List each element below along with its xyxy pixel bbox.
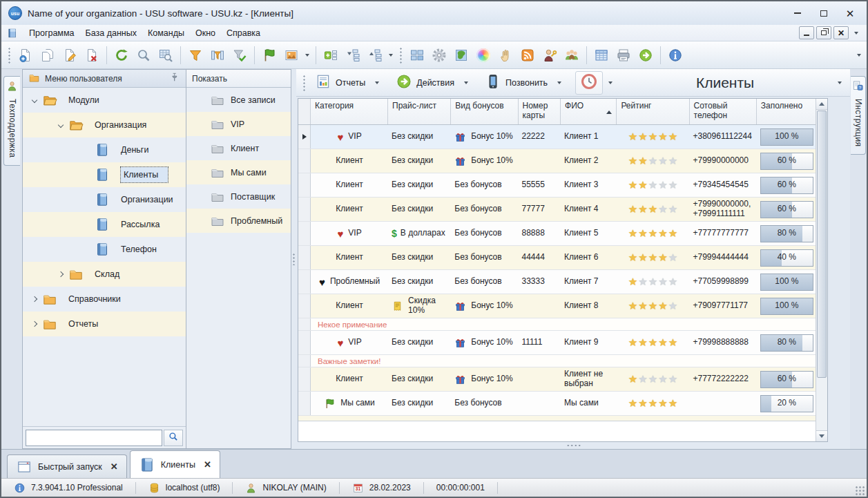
bottom-tab-клиенты[interactable]: Клиенты✕ bbox=[130, 450, 220, 478]
users-button[interactable] bbox=[561, 44, 583, 66]
copy-record-button[interactable] bbox=[37, 44, 59, 66]
toolbar-drag-handle[interactable] bbox=[8, 47, 11, 64]
column-header-2[interactable]: Прайс-лист bbox=[388, 99, 451, 124]
flag-button[interactable] bbox=[258, 44, 280, 66]
filter-item-клиент[interactable]: Клиент bbox=[186, 136, 291, 160]
mdi-close-button[interactable]: ✕ bbox=[833, 26, 849, 39]
call-button[interactable]: Позвонить bbox=[479, 70, 572, 95]
edit-record-button[interactable] bbox=[59, 44, 81, 66]
map-button[interactable] bbox=[450, 44, 472, 66]
filter-item-проблемный[interactable]: Проблемный bbox=[186, 209, 291, 233]
collapse-chevron-icon[interactable] bbox=[58, 122, 64, 128]
filter-item-vip[interactable]: VIP bbox=[186, 112, 291, 136]
column-header-4[interactable]: Номер карты bbox=[519, 99, 561, 124]
user-access-button[interactable] bbox=[539, 44, 561, 66]
toolbar-overflow-caret-icon[interactable] bbox=[854, 44, 864, 66]
go-button[interactable] bbox=[635, 44, 657, 66]
menu-item-команды[interactable]: Команды bbox=[142, 26, 190, 40]
filter-clear-button[interactable] bbox=[229, 44, 251, 66]
print-button[interactable] bbox=[613, 44, 635, 66]
sidebar-item-телефон[interactable]: Телефон bbox=[23, 237, 186, 262]
pin-icon[interactable] bbox=[168, 72, 180, 86]
column-header-6[interactable]: Рейтинг bbox=[617, 99, 689, 124]
sidebar-item-справочники[interactable]: Справочники bbox=[23, 287, 186, 312]
sidebar-item-деньги[interactable]: Деньги bbox=[23, 137, 186, 162]
column-header-1[interactable]: Категория bbox=[311, 99, 388, 124]
scroll-down-button[interactable] bbox=[816, 430, 827, 441]
sidebar-item-клиенты[interactable]: Клиенты bbox=[23, 162, 186, 187]
expand-chevron-icon[interactable] bbox=[58, 271, 64, 277]
bottom-tab-быстрый-запуск[interactable]: Быстрый запуск✕ bbox=[7, 454, 127, 478]
add-record-button[interactable] bbox=[15, 44, 37, 66]
row-editor-button[interactable] bbox=[320, 44, 342, 66]
maximize-button[interactable] bbox=[818, 8, 829, 18]
sidebar-item-организации[interactable]: Организации bbox=[23, 187, 186, 212]
vertical-scrollbar[interactable] bbox=[816, 99, 827, 441]
reports-button[interactable]: Отчеты bbox=[309, 70, 390, 95]
table-button[interactable] bbox=[590, 44, 613, 66]
colors-button[interactable] bbox=[472, 44, 494, 66]
support-tab[interactable]: Техподдержка bbox=[3, 76, 20, 166]
menu-item-программа[interactable]: Программа bbox=[23, 26, 80, 40]
minimize-button[interactable] bbox=[792, 8, 803, 18]
resize-grip[interactable] bbox=[855, 486, 865, 495]
filter-columns-button[interactable] bbox=[206, 44, 229, 66]
column-header-8[interactable]: Заполнено bbox=[757, 99, 817, 124]
panel-splitter[interactable] bbox=[291, 69, 296, 449]
sidebar-item-рассылка[interactable]: Рассылка bbox=[23, 212, 186, 237]
sidebar-item-организация[interactable]: Организация bbox=[23, 113, 186, 137]
menubar-overflow-caret-icon[interactable] bbox=[854, 32, 858, 35]
table-row[interactable]: КлиентБез скидкиБез бонусов55555Клиент 3… bbox=[298, 173, 817, 198]
settings-button[interactable] bbox=[428, 44, 450, 66]
table-row[interactable]: КлиентБез скидкиБез бонусов77777Клиент 4… bbox=[298, 198, 817, 222]
mdi-restore-button[interactable] bbox=[816, 26, 831, 39]
close-button[interactable]: ✕ bbox=[845, 8, 856, 18]
table-row[interactable]: ♥VIP$В долларахБез бонусов88888Клиент 5★… bbox=[298, 222, 817, 246]
sidebar-item-склад[interactable]: Склад bbox=[23, 262, 186, 287]
tab-close-icon[interactable]: ✕ bbox=[204, 459, 211, 470]
refresh-button[interactable] bbox=[110, 44, 133, 66]
column-header-7[interactable]: Сотовый телефон bbox=[690, 99, 757, 124]
tree-search-input[interactable] bbox=[26, 430, 162, 446]
rss-button[interactable] bbox=[517, 44, 539, 66]
toolbar-overflow-caret-icon[interactable] bbox=[608, 82, 613, 84]
tree-search-button[interactable] bbox=[164, 430, 183, 446]
horizontal-splitter[interactable] bbox=[298, 442, 850, 449]
table-row[interactable]: Мы самиБез скидкиБез бонусовМы сами★★★★★… bbox=[298, 392, 817, 416]
expand-chevron-icon[interactable] bbox=[32, 296, 37, 302]
column-header-5[interactable]: ФИО bbox=[561, 99, 617, 124]
tree-expand-button[interactable] bbox=[364, 44, 386, 66]
search-button[interactable] bbox=[133, 44, 155, 66]
filter-item-все-записи[interactable]: Все записи bbox=[186, 88, 291, 112]
table-row[interactable]: КлиентБез скидкиБонус 10%Клиент 2★★★★★+7… bbox=[298, 149, 817, 173]
filter-item-поставщик[interactable]: Поставщик bbox=[186, 184, 291, 209]
table-row[interactable]: ♥ПроблемныйБез скидкиБез бонусов33333Кли… bbox=[298, 270, 817, 294]
timer-button[interactable] bbox=[575, 71, 603, 95]
mdi-minimize-button[interactable] bbox=[799, 26, 814, 39]
filter-item-мы-сами[interactable]: Мы сами bbox=[186, 160, 291, 184]
note-row[interactable]: Важные заметки! bbox=[298, 355, 817, 367]
menu-item-справка[interactable]: Справка bbox=[221, 26, 266, 40]
delete-record-button[interactable] bbox=[81, 44, 103, 66]
toolbar-drag-handle[interactable] bbox=[302, 75, 306, 91]
sidebar-item-модули[interactable]: Модули bbox=[23, 88, 186, 113]
hand-button[interactable] bbox=[494, 44, 517, 66]
menu-item-база-данных[interactable]: База данных bbox=[80, 26, 142, 40]
menu-item-окно[interactable]: Окно bbox=[190, 26, 221, 40]
chevron-down-icon[interactable] bbox=[302, 44, 312, 66]
instruction-tab[interactable]: ? Инструкция bbox=[851, 76, 866, 155]
scrollbar-thumb[interactable] bbox=[817, 111, 827, 378]
title-caret-icon[interactable] bbox=[838, 82, 842, 84]
info-button[interactable] bbox=[664, 44, 686, 66]
scroll-up-button[interactable] bbox=[816, 99, 827, 110]
tree-collapse-button[interactable] bbox=[342, 44, 364, 66]
column-header-3[interactable]: Вид бонусов bbox=[451, 99, 518, 124]
image-button[interactable] bbox=[280, 44, 302, 66]
table-row[interactable]: КлиентБез скидкиБез бонусов44444Клиент 6… bbox=[298, 246, 817, 270]
expand-chevron-icon[interactable] bbox=[32, 321, 37, 327]
table-row[interactable]: КлиентБез скидкиБонус 10%Клиент не выбра… bbox=[298, 367, 817, 392]
collapse-chevron-icon[interactable] bbox=[32, 97, 37, 103]
chevron-down-icon[interactable] bbox=[386, 44, 396, 66]
table-row[interactable]: КлиентСкидка 10%Бонус 10%Клиент 8★★★★★+7… bbox=[298, 294, 817, 318]
toolbar-drag-handle[interactable] bbox=[399, 47, 403, 64]
